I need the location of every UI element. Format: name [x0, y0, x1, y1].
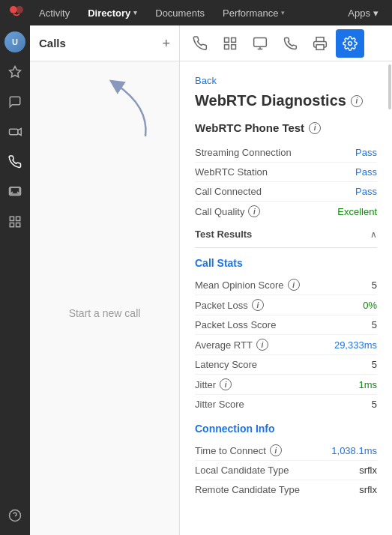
svg-rect-7 — [16, 217, 20, 220]
row-remote-candidate: Remote Candidate Type srflx — [195, 480, 377, 499]
connection-rows: Time to Connect i 1,038.1ms Local Candid… — [195, 441, 377, 499]
new-call-arrow-icon — [104, 76, 157, 147]
toolbar-settings-icon[interactable] — [336, 29, 364, 58]
diag-rows: Streaming Connection Pass WebRTC Station… — [195, 143, 377, 221]
sidebar-icon-video[interactable] — [1, 118, 28, 145]
mos-info-icon[interactable]: i — [288, 279, 300, 291]
apps-chevron-icon: ▾ — [373, 7, 379, 19]
diagnostics-panel: Back WebRTC Diagnostics i WebRTC Phone T… — [180, 25, 392, 535]
scrollbar-track[interactable] — [388, 61, 392, 535]
nav-item-performance[interactable]: Performance ▾ — [214, 0, 294, 25]
directory-chevron-icon: ▾ — [133, 9, 137, 16]
calls-empty-state: Start a new call — [30, 61, 179, 535]
sidebar-icon-star[interactable] — [1, 58, 28, 85]
row-packet-loss-score: Packet Loss Score 5 — [195, 315, 377, 335]
nav-item-activity[interactable]: Activity — [30, 0, 79, 25]
calls-empty-text: Start a new call — [69, 307, 141, 319]
diag-row-webrtc-station: WebRTC Station Pass — [195, 163, 377, 182]
svg-point-1 — [16, 6, 23, 13]
sidebar-icon-grid[interactable] — [1, 208, 28, 235]
diag-title: WebRTC Diagnostics i — [195, 92, 377, 109]
svg-rect-13 — [232, 37, 236, 42]
row-jitter-score: Jitter Score 5 — [195, 395, 377, 414]
svg-rect-16 — [254, 37, 267, 46]
svg-marker-4 — [18, 129, 22, 136]
connection-info-title: Connection Info — [195, 423, 377, 435]
call-stats-rows: Mean Opinion Score i 5 Packet Loss i 0% … — [195, 275, 377, 414]
left-sidebar: U — [0, 25, 30, 535]
call-quality-info-icon[interactable]: i — [248, 205, 260, 217]
row-latency-score: Latency Score 5 — [195, 355, 377, 375]
phone-test-info-icon[interactable]: i — [309, 122, 321, 134]
sidebar-icon-message[interactable] — [1, 178, 28, 205]
jitter-info-icon[interactable]: i — [220, 378, 232, 390]
svg-rect-3 — [10, 129, 18, 135]
toolbar-print-icon[interactable] — [306, 29, 334, 58]
test-results-toggle[interactable]: Test Results ∧ — [195, 221, 377, 248]
toolbar-phone-icon[interactable] — [186, 29, 214, 58]
nav-item-documents[interactable]: Documents — [146, 0, 214, 25]
row-mos: Mean Opinion Score i 5 — [195, 275, 377, 295]
row-local-candidate: Local Candidate Type srflx — [195, 461, 377, 480]
main-content: U — [0, 25, 392, 535]
diag-row-call-connected: Call Connected Pass — [195, 182, 377, 202]
phone-test-title: WebRTC Phone Test i — [195, 121, 377, 134]
diag-toolbar — [180, 25, 392, 61]
avatar[interactable]: U — [4, 31, 25, 52]
svg-rect-15 — [232, 44, 236, 49]
svg-rect-14 — [225, 44, 229, 49]
sidebar-icon-phone[interactable] — [1, 148, 28, 175]
diag-title-info-icon[interactable]: i — [351, 95, 363, 107]
row-time-to-connect: Time to Connect i 1,038.1ms — [195, 441, 377, 461]
logo[interactable] — [6, 4, 27, 21]
diag-row-streaming: Streaming Connection Pass — [195, 143, 377, 163]
top-nav: Activity Directory ▾ Documents Performan… — [0, 0, 392, 25]
performance-chevron-icon: ▾ — [281, 9, 285, 16]
svg-rect-9 — [16, 223, 20, 227]
calls-header: Calls + — [30, 25, 179, 61]
packet-loss-info-icon[interactable]: i — [252, 299, 264, 311]
calls-add-button[interactable]: + — [162, 37, 170, 50]
svg-rect-8 — [10, 223, 13, 227]
sidebar-icon-chat[interactable] — [1, 88, 28, 115]
svg-rect-19 — [316, 44, 324, 49]
row-avg-rtt: Average RTT i 29,333ms — [195, 335, 377, 355]
diag-content: Back WebRTC Diagnostics i WebRTC Phone T… — [180, 61, 392, 535]
nav-item-apps[interactable]: Apps ▾ — [340, 0, 386, 25]
svg-rect-12 — [225, 37, 229, 42]
ttc-info-icon[interactable]: i — [270, 444, 282, 456]
toolbar-handset-icon[interactable] — [276, 29, 304, 58]
nav-item-directory[interactable]: Directory ▾ — [79, 0, 146, 25]
calls-title: Calls — [39, 37, 66, 49]
call-stats-title: Call Stats — [195, 257, 377, 269]
svg-point-20 — [349, 41, 352, 45]
sidebar-help-icon[interactable] — [1, 502, 28, 529]
toolbar-grid-icon[interactable] — [216, 29, 244, 58]
calls-panel: Calls + Start a new call — [30, 25, 180, 535]
row-packet-loss: Packet Loss i 0% — [195, 295, 377, 315]
row-jitter: Jitter i 1ms — [195, 375, 377, 395]
svg-rect-6 — [10, 217, 13, 220]
svg-marker-2 — [10, 67, 21, 77]
test-results-chevron-icon: ∧ — [370, 229, 377, 240]
svg-point-0 — [10, 6, 17, 13]
toolbar-monitor-icon[interactable] — [246, 29, 274, 58]
rtt-info-icon[interactable]: i — [256, 339, 268, 351]
nav-items: Activity Directory ▾ Documents Performan… — [30, 0, 340, 25]
back-link[interactable]: Back — [195, 75, 217, 86]
diag-row-call-quality: Call Quality i Excellent — [195, 202, 377, 221]
scrollbar-thumb[interactable] — [388, 64, 391, 109]
